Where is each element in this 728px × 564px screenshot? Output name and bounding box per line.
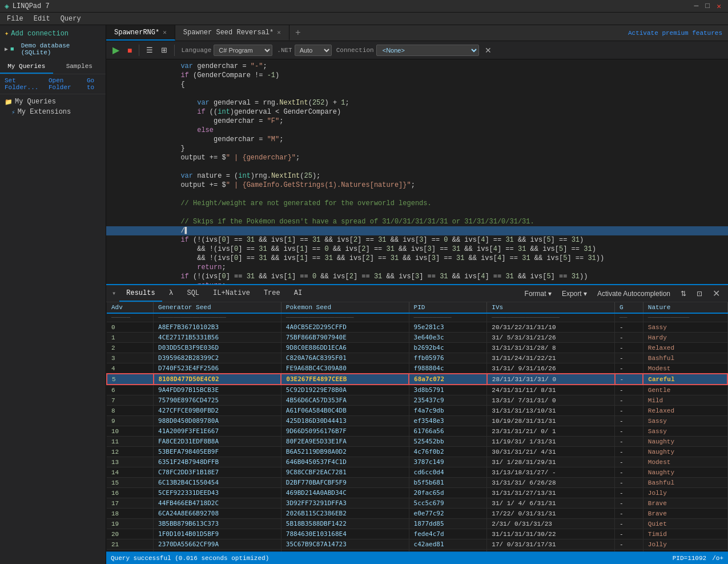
col-nature: Nature	[643, 302, 727, 313]
table-row[interactable]: 14CE27171B5331B5675BF866B7907940E3e640e3…	[107, 333, 727, 343]
menu-edit[interactable]: Edit	[29, 14, 55, 24]
table-cell: Timid	[643, 529, 727, 539]
tab-reversal-close[interactable]: ✕	[277, 29, 281, 36]
data-grid[interactable]: Adv Generator Seed Pokemon Seed PID IVs …	[106, 302, 728, 551]
table-row[interactable]: 193B5BB879B613C3735B18B3588DBF14221877dd…	[107, 519, 727, 529]
table-row[interactable]: 136351F24B7948DFFB646B0450537F4C1D3787c1…	[107, 457, 727, 467]
table-cell: Mild	[643, 395, 727, 406]
language-select[interactable]: C# Program C# Expression C# Statements V…	[214, 45, 272, 56]
table-cell: 68a7c072	[409, 374, 487, 385]
premium-link: Activate premium features	[628, 25, 728, 41]
layout-grid-button[interactable]: ⊞	[158, 44, 170, 56]
table-row[interactable]: 165CEF922331DEED43469BD214A0ABD34C20fac6…	[107, 488, 727, 498]
table-row[interactable]: 69A4FDD97B15BCB3E5C92D19229E78B0A3d8b579…	[107, 385, 727, 395]
table-cell: 13	[107, 457, 154, 467]
results-tab-il-native[interactable]: IL+Native	[206, 285, 257, 302]
titlebar-controls[interactable]: ─ □ ✕	[692, 2, 723, 11]
menu-query[interactable]: Query	[56, 14, 86, 24]
app-title: LINQPad 7	[13, 2, 50, 10]
table-cell: 2	[107, 343, 154, 353]
layout-list-button[interactable]: ☰	[143, 44, 156, 56]
table-cell: 31/31/ 9/31/16/26	[487, 363, 615, 374]
set-folder-link[interactable]: Set Folder...	[2, 77, 44, 91]
premium-link-text[interactable]: Activate premium features	[628, 30, 722, 37]
table-row[interactable]: 186CA24A8E66B927082026B115C2386EB2e0e77c…	[107, 509, 727, 519]
table-separator-row: ───── ────────────────── ───────────────…	[107, 313, 727, 322]
maximize-button[interactable]: □	[703, 2, 712, 11]
table-row[interactable]: 14C78FC2DD3F1B18E79C88CCBF2EAC7281cd6cc0…	[107, 467, 727, 478]
table-row[interactable]: 58108D477D50E4C0203E267FE4897CEEB68a7c07…	[107, 374, 727, 385]
table-row[interactable]: 775790E8976CD47254B56D6CA57D353FA235437c…	[107, 395, 727, 406]
table-row[interactable]: 9988D0450D089780A425D186D30D44413ef3548e…	[107, 416, 727, 426]
net-select[interactable]: Auto .NET 6 .NET 7 .NET 8	[295, 45, 332, 56]
table-cell: A61F06A584B0C4DB	[281, 406, 409, 416]
table-cell: 3D92FF73291DFFA3	[281, 498, 409, 509]
table-cell: 31/31/31/31/28/ 8	[487, 343, 615, 353]
table-row[interactable]: 212370DA55662CF99A35C67B9C87A14723c42aed…	[107, 539, 727, 550]
table-cell: 8	[107, 406, 154, 416]
results-tab-results[interactable]: Results	[119, 285, 162, 302]
autocompletion-button[interactable]: Activate Autocompletion	[594, 289, 674, 299]
results-tab-sql[interactable]: SQL	[180, 285, 206, 302]
code-editor[interactable]: var genderchar = "-"; if (GenderCompare …	[106, 59, 728, 284]
stop-button[interactable]: ■	[124, 44, 135, 57]
connection-select[interactable]: <None>	[376, 45, 479, 56]
code-line: else	[106, 126, 728, 135]
table-row[interactable]: 2D03DD5CB3F9E036D9D8C0E886DD1ECA6b2692b4…	[107, 343, 727, 353]
table-cell: 2026B115C2386EB2	[281, 509, 409, 519]
tab-spawnerrng-close[interactable]: ✕	[163, 29, 167, 36]
tab-spawner-seed-reversal[interactable]: Spawner Seed Reversal* ✕	[175, 25, 289, 41]
my-queries-item[interactable]: 📁 My Queries	[2, 97, 103, 107]
table-row[interactable]: 156C13B2B4C1550454D2BF770BAFCBF5F9b5f5b6…	[107, 478, 727, 488]
table-cell: 31/31/31/27/13/31	[487, 488, 615, 498]
table-cell: 17/ 0/31/31/17/31	[487, 539, 615, 550]
db-connection-item[interactable]: ▶ ■ Demo database (SQLite)	[2, 41, 103, 58]
table-cell: -	[615, 488, 643, 498]
table-row[interactable]: 1744FB466EB4718D2C3D92FF73291DFFA35cc5c6…	[107, 498, 727, 509]
add-connection-item[interactable]: ✦ Add connection	[2, 27, 103, 39]
table-row[interactable]: 1041A2009F3FE1E6679D66D50956176B7F61766a…	[107, 426, 727, 437]
table-cell: f988804c	[409, 363, 487, 374]
table-cell: -	[615, 322, 643, 333]
col-g: G	[615, 302, 643, 313]
table-row[interactable]: 0A8EF7B36710102B34A0CB5E2D295CFFD95e281c…	[107, 322, 727, 333]
close-button[interactable]: ✕	[714, 2, 723, 11]
results-tab-lambda[interactable]: λ	[162, 285, 180, 302]
table-cell: 9D8C0E886DD1ECA6	[281, 343, 409, 353]
my-extensions-item[interactable]: ⚡ My Extensions	[2, 107, 103, 117]
tab-samples[interactable]: Samples	[53, 60, 106, 74]
table-row[interactable]: 3D3959682B28399C2C820A76AC8395F01ffb0597…	[107, 353, 727, 363]
table-row[interactable]: 11FA8CE2D31EDF8B8A80F2EA9E5D33E1FA525452…	[107, 437, 727, 447]
tab-spawnerrng[interactable]: SpawnerRNG* ✕	[106, 25, 175, 41]
tab-my-queries[interactable]: My Queries	[0, 60, 53, 74]
table-cell: -	[615, 529, 643, 539]
add-tab-button[interactable]: +	[289, 25, 307, 41]
format-button[interactable]: Format ▾	[521, 289, 555, 299]
code-line: output += $" | {GameInfo.GetStrings(1).N…	[106, 181, 728, 190]
editor-close-button[interactable]: ✕	[481, 45, 495, 56]
table-cell: ffb05976	[409, 353, 487, 363]
table-row[interactable]: 201F0D1014B01D5BF97884630E103168E4fede4c…	[107, 529, 727, 539]
panel-toggle-button[interactable]: ▾	[108, 285, 119, 302]
open-folder-link[interactable]: Open Folder	[46, 77, 82, 91]
table-cell: b5f5b681	[409, 478, 487, 488]
results-icon-btn-1[interactable]: ⇅	[677, 289, 690, 299]
table-row[interactable]: 4D740F523E4FF2506FE9A68BC4C309A80f988804…	[107, 363, 727, 374]
minimize-button[interactable]: ─	[692, 2, 701, 11]
go-to-link[interactable]: Go to	[85, 77, 103, 91]
results-tab-ai[interactable]: AI	[287, 285, 309, 302]
sidebar: ✦ Add connection ▶ ■ Demo database (SQLi…	[0, 25, 106, 564]
pid-icon[interactable]: /o+	[712, 555, 723, 562]
results-icon-btn-2[interactable]: ⊡	[693, 289, 706, 299]
table-cell: fede4c7d	[409, 529, 487, 539]
table-row[interactable]: 1253BEFA798405EB9FB6A52119DB98A0D24c76f0…	[107, 447, 727, 457]
table-cell: 6C13B2B4C1550454	[154, 478, 281, 488]
table-row[interactable]: 8427CFFCE09B0FBD2A61F06A584B0C4DBf4a7c9d…	[107, 406, 727, 416]
results-close-button[interactable]: ✕	[709, 288, 723, 299]
run-button[interactable]: ▶	[110, 43, 122, 57]
table-cell: 11	[107, 437, 154, 447]
table-cell: 10	[107, 426, 154, 437]
export-button[interactable]: Export ▾	[558, 289, 590, 299]
results-tab-tree[interactable]: Tree	[257, 285, 287, 302]
menu-file[interactable]: File	[2, 14, 28, 24]
